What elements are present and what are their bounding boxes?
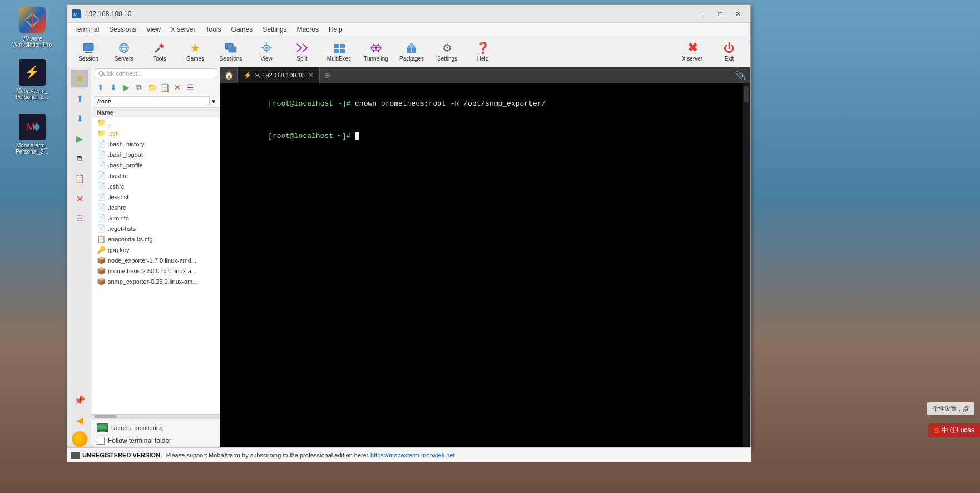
toolbar-sessions-button[interactable]: Sessions bbox=[214, 38, 248, 65]
toolbar-multiexec-label: MultiExec bbox=[327, 56, 351, 62]
follow-folder-checkbox[interactable] bbox=[97, 437, 105, 445]
menu-games[interactable]: Games bbox=[227, 24, 258, 34]
file-btn-play[interactable]: ▶ bbox=[120, 81, 132, 93]
list-item[interactable]: 📄 .viminfo bbox=[92, 213, 220, 223]
list-item[interactable]: 📄 .bash_profile bbox=[92, 160, 220, 170]
file-btn-down[interactable]: ⬇ bbox=[107, 81, 120, 93]
toolbar-view-button[interactable]: View bbox=[250, 38, 283, 65]
list-item[interactable]: 📄 .bash_logout bbox=[92, 149, 220, 160]
packages-icon bbox=[405, 41, 418, 55]
toolbar-split-button[interactable]: Split bbox=[285, 38, 319, 65]
toolbar-help-button[interactable]: ❓ Help bbox=[466, 38, 499, 65]
desktop-icon-vmware[interactable]: VMware Workstation Pro bbox=[7, 2, 57, 52]
menu-sessions[interactable]: Sessions bbox=[105, 24, 141, 34]
sidebar-play-button[interactable]: ▶ bbox=[71, 130, 88, 147]
sidebar-star-button[interactable]: ★ bbox=[71, 70, 88, 87]
menu-xserver[interactable]: X server bbox=[166, 24, 200, 34]
menu-terminal[interactable]: Terminal bbox=[70, 24, 103, 34]
personalization-widget[interactable]: 个性设置，点 bbox=[927, 402, 974, 415]
monitor-icon bbox=[97, 423, 108, 432]
terminal-tab-9[interactable]: ⚡ 9. 192.168.100.10 ✕ bbox=[238, 67, 320, 83]
file-btn-up[interactable]: ⬆ bbox=[95, 81, 107, 93]
close-button[interactable]: ✕ bbox=[730, 8, 746, 20]
list-item[interactable]: 📄 .bash_history bbox=[92, 139, 220, 149]
multiexec-icon bbox=[333, 41, 346, 55]
svg-rect-19 bbox=[229, 47, 236, 52]
file-btn-copy[interactable]: ⧉ bbox=[133, 81, 145, 93]
desktop-icon-mobaxterm2[interactable]: M MobaXterm_Personal_2... bbox=[7, 109, 57, 159]
file-list[interactable]: 📁 .. 📁 .ssh 📄 .bash_history 📄 .bash_logo… bbox=[92, 117, 220, 414]
menu-view[interactable]: View bbox=[142, 24, 165, 34]
list-item[interactable]: 📄 .cshrc bbox=[92, 181, 220, 191]
file-btn-paste[interactable]: 📋 bbox=[159, 81, 171, 93]
file-btn-more[interactable]: ☰ bbox=[184, 81, 196, 93]
quick-connect-input[interactable]: Quick connect... bbox=[95, 68, 217, 78]
sidebar-pin-button[interactable]: 📌 bbox=[71, 391, 88, 409]
status-link[interactable]: https://mobaxterm.mobatek.net bbox=[370, 452, 455, 459]
horizontal-scrollbar[interactable] bbox=[92, 414, 220, 418]
list-item[interactable]: 📄 .wget-hsts bbox=[92, 223, 220, 234]
menu-tools[interactable]: Tools bbox=[201, 24, 226, 34]
toolbar-games-button[interactable]: ★ Games bbox=[179, 38, 212, 65]
follow-folder-item[interactable]: Follow terminal folder bbox=[97, 435, 215, 447]
toolbar-tools-button[interactable]: Tools bbox=[143, 38, 176, 65]
path-input[interactable] bbox=[95, 96, 210, 106]
menu-help[interactable]: Help bbox=[324, 24, 347, 34]
toolbar-settings-button[interactable]: ⚙ Settings bbox=[430, 38, 464, 65]
home-tab[interactable]: 🏠 bbox=[220, 67, 238, 83]
list-item[interactable]: 📁 .. bbox=[92, 117, 220, 128]
file-item-name: .viminfo bbox=[108, 215, 129, 221]
sidebar-paste-button[interactable]: 📋 bbox=[71, 170, 88, 188]
list-item[interactable]: 📋 anaconda-ks.cfg bbox=[92, 234, 220, 244]
menu-macros[interactable]: Macros bbox=[293, 24, 323, 34]
file-icon: 📄 bbox=[97, 182, 106, 190]
scrollbar-thumb bbox=[95, 415, 117, 418]
sidebar-copy-button[interactable]: ⧉ bbox=[71, 150, 88, 167]
list-item[interactable]: 📄 .tcshrc bbox=[92, 202, 220, 213]
toolbar-packages-button[interactable]: Packages bbox=[395, 38, 428, 65]
terminal-scrollbar[interactable] bbox=[743, 83, 750, 449]
svg-rect-33 bbox=[410, 43, 413, 46]
toolbar-exit-button[interactable]: ⏻ Exit bbox=[712, 38, 746, 65]
list-item[interactable]: 📦 snmp_exporter-0.25.0.linux-am... bbox=[92, 276, 220, 287]
terminal-attach-button[interactable]: 📎 bbox=[730, 70, 750, 81]
list-item[interactable]: 📦 node_exporter-1.7.0.linux-amd... bbox=[92, 255, 220, 265]
remote-monitoring-item[interactable]: Remote monitoring bbox=[97, 421, 215, 435]
toolbar-settings-label: Settings bbox=[437, 56, 457, 62]
sidebar-delete-button[interactable]: ✕ bbox=[71, 190, 88, 208]
toolbar-tunneling-button[interactable]: Tunneling bbox=[359, 38, 393, 65]
title-bar-left: M 192.168.100.10 bbox=[72, 9, 131, 18]
menu-settings[interactable]: Settings bbox=[258, 24, 291, 34]
toolbar-session-button[interactable]: Session bbox=[72, 38, 105, 65]
desktop-icon-mobaxterm1[interactable]: ⚡ MobaXterm_Personal_2... bbox=[7, 55, 57, 105]
svg-rect-28 bbox=[334, 49, 339, 53]
sidebar-menu-button[interactable]: ☰ bbox=[71, 210, 88, 228]
file-btn-newfolder[interactable]: 📁 bbox=[146, 81, 158, 93]
path-dropdown-arrow[interactable]: ▼ bbox=[210, 98, 217, 105]
toolbar-xserver-button[interactable]: ✖ X server bbox=[674, 38, 710, 65]
list-item[interactable]: 📄 .lesshst bbox=[92, 191, 220, 202]
csdn-widget[interactable]: S 中·①Lucas bbox=[928, 423, 980, 437]
list-item[interactable]: 📦 prometheus-2.50.0-rc.0.linux-a... bbox=[92, 265, 220, 276]
terminal-screen[interactable]: [root@localhost ~]# chown prometheus:roo… bbox=[220, 83, 750, 449]
sidebar-arrow-button[interactable]: ◀ bbox=[71, 411, 88, 429]
list-item[interactable]: 📄 .bashrc bbox=[92, 170, 220, 181]
terminal-scrollbar-thumb bbox=[744, 86, 749, 103]
folder-icon: 📁 bbox=[97, 129, 106, 137]
toolbar-view-label: View bbox=[260, 56, 273, 62]
sidebar-ball-button[interactable] bbox=[72, 431, 87, 447]
tunneling-icon bbox=[369, 41, 383, 55]
minimize-button[interactable]: ─ bbox=[695, 8, 710, 20]
toolbar-multiexec-button[interactable]: MultiExec bbox=[321, 38, 357, 65]
toolbar-servers-button[interactable]: Servers bbox=[107, 38, 141, 65]
sidebar-download-button[interactable]: ⬇ bbox=[71, 110, 88, 127]
tab-close-button[interactable]: ✕ bbox=[308, 71, 314, 79]
list-item[interactable]: 📁 .ssh bbox=[92, 128, 220, 139]
maximize-button[interactable]: □ bbox=[712, 8, 728, 20]
new-tab-button[interactable]: ⊕ bbox=[320, 67, 335, 83]
list-item[interactable]: 🔑 gpg.key bbox=[92, 244, 220, 255]
file-item-name: .tcshrc bbox=[108, 204, 126, 211]
tools-icon bbox=[153, 41, 166, 55]
sidebar-upload-button[interactable]: ⬆ bbox=[71, 90, 88, 107]
file-btn-delete[interactable]: ✕ bbox=[171, 81, 184, 93]
